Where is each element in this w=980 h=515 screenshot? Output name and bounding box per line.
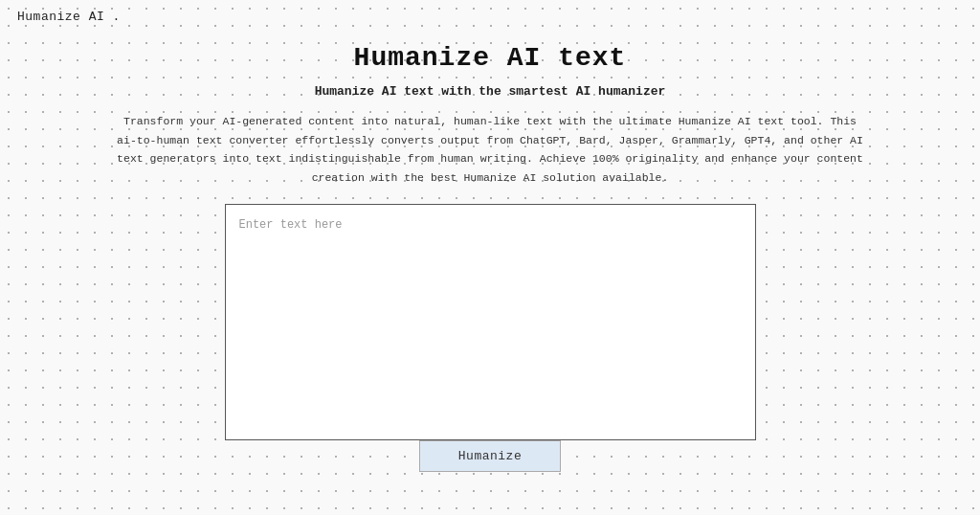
brand-name: Humanize AI .: [17, 10, 121, 24]
description: Transform your AI-generated content into…: [112, 112, 868, 187]
page-wrapper: Humanize AI . Humanize AI text Humanize …: [0, 0, 980, 515]
text-input[interactable]: [226, 205, 755, 435]
button-container: Humanize: [225, 440, 756, 472]
page-title: Humanize AI text: [354, 43, 627, 73]
humanize-button[interactable]: Humanize: [419, 440, 561, 472]
top-nav: Humanize AI .: [0, 0, 980, 34]
subtitle: Humanize AI text with the smartest AI hu…: [315, 84, 666, 99]
main-content: Humanize AI text Humanize AI text with t…: [0, 34, 980, 472]
textarea-container: [225, 204, 756, 440]
